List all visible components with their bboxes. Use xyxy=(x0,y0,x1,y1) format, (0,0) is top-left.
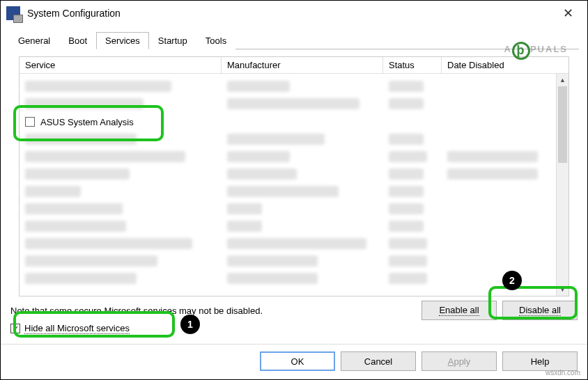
annotation-badge-1: 1 xyxy=(180,315,200,334)
tab-tools[interactable]: Tools xyxy=(196,32,235,49)
tab-general[interactable]: General xyxy=(9,32,59,49)
hide-microsoft-checkbox[interactable]: ✓ xyxy=(10,324,20,333)
tab-strip: General Boot Services Startup Tools xyxy=(9,31,579,49)
titlebar: System Configuration ✕ xyxy=(1,1,587,26)
service-row-asus[interactable]: ASUS System Analysis xyxy=(20,113,556,131)
window-title: System Configuration xyxy=(27,8,121,19)
column-headers: Service Manufacturer Status Date Disable… xyxy=(19,56,569,74)
help-button[interactable]: Help xyxy=(502,351,578,371)
scrollbar[interactable]: ▲ ▼ xyxy=(556,74,568,296)
scroll-down-icon[interactable]: ▼ xyxy=(557,283,568,296)
disable-all-button[interactable]: Disable all xyxy=(502,301,578,320)
tab-boot[interactable]: Boot xyxy=(59,32,96,49)
col-manufacturer[interactable]: Manufacturer xyxy=(222,57,383,73)
col-service[interactable]: Service xyxy=(20,57,222,73)
scroll-thumb[interactable] xyxy=(558,86,567,163)
tab-services[interactable]: Services xyxy=(96,32,149,49)
dialog-buttons: OK Cancel Apply Help xyxy=(1,345,587,379)
close-icon[interactable]: ✕ xyxy=(554,6,582,21)
service-checkbox-asus[interactable] xyxy=(25,117,35,127)
note-text: Note that some secure Microsoft services… xyxy=(10,306,416,316)
services-list[interactable]: ASUS System Analysis xyxy=(20,74,556,296)
ok-button[interactable]: OK xyxy=(260,351,335,371)
apply-button[interactable]: Apply xyxy=(421,351,497,371)
col-status[interactable]: Status xyxy=(383,57,442,73)
watermark: AþPUALS xyxy=(504,35,568,58)
source-watermark: wsxdn.com xyxy=(546,369,580,377)
hide-microsoft-label[interactable]: Hide all Microsoft services xyxy=(24,323,130,334)
tab-startup[interactable]: Startup xyxy=(149,32,196,49)
annotation-badge-2: 2 xyxy=(502,271,522,290)
service-name: ASUS System Analysis xyxy=(40,117,134,127)
cancel-button[interactable]: Cancel xyxy=(341,351,416,371)
col-date-disabled[interactable]: Date Disabled xyxy=(442,57,568,73)
msconfig-icon xyxy=(6,6,20,20)
enable-all-button[interactable]: Enable all xyxy=(421,301,497,320)
scroll-up-icon[interactable]: ▲ xyxy=(557,74,568,86)
